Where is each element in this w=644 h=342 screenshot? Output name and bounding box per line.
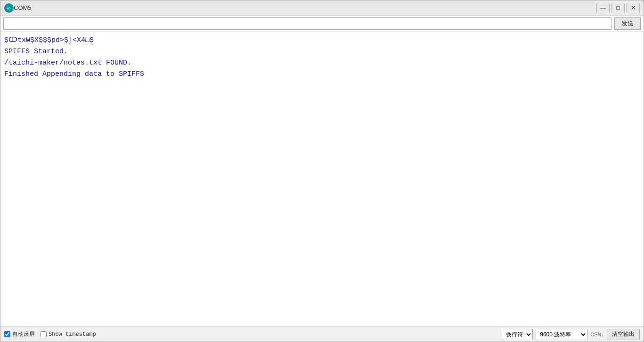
console-line-1: ŞↀtxWŞXŞŞŞpd>Ş]<X4□Ş <box>4 35 640 46</box>
show-timestamp-text: Show timestamp <box>49 331 96 338</box>
close-button[interactable]: ✕ <box>627 3 640 13</box>
main-window: ∞ COM5 — □ ✕ 发送 ŞↀtxWŞXŞŞŞpd>Ş]<X4□Ş SPI… <box>0 0 644 342</box>
auto-scroll-checkbox[interactable] <box>4 331 10 337</box>
window-title: COM5 <box>14 4 596 11</box>
csn-label: CSN↓ <box>590 332 604 337</box>
maximize-button[interactable]: □ <box>611 3 625 13</box>
input-bar: 发送 <box>0 16 644 32</box>
message-input[interactable] <box>3 17 611 30</box>
status-bar: 自动滚屏 Show timestamp 换行符 9600 波特率 300 波特率… <box>0 326 644 342</box>
minimize-button[interactable]: — <box>596 3 610 13</box>
console-line-3: /taichi-maker/notes.txt FOUND. <box>4 57 640 69</box>
console-line-4: Finished Appending data to SPIFFS <box>4 69 640 80</box>
console-output: ŞↀtxWŞXŞŞŞpd>Ş]<X4□Ş SPIFFS Started. /ta… <box>0 32 644 326</box>
send-button[interactable]: 发送 <box>614 17 641 30</box>
app-logo: ∞ <box>4 3 14 13</box>
auto-scroll-text: 自动滚屏 <box>12 330 35 338</box>
line-ending-select[interactable]: 换行符 <box>502 329 533 340</box>
baud-rate-select[interactable]: 9600 波特率 300 波特率 1200 波特率 2400 波特率 4800 … <box>536 329 587 340</box>
console-line-2: SPIFFS Started. <box>4 46 640 57</box>
show-timestamp-checkbox[interactable] <box>41 331 47 337</box>
auto-scroll-label[interactable]: 自动滚屏 <box>4 330 35 338</box>
clear-button[interactable]: 清空输出 <box>607 329 640 340</box>
status-left: 自动滚屏 Show timestamp <box>4 330 502 338</box>
window-controls: — □ ✕ <box>596 3 640 13</box>
title-bar: ∞ COM5 — □ ✕ <box>0 0 644 16</box>
status-right: 换行符 9600 波特率 300 波特率 1200 波特率 2400 波特率 4… <box>502 329 640 340</box>
show-timestamp-label[interactable]: Show timestamp <box>41 331 96 338</box>
